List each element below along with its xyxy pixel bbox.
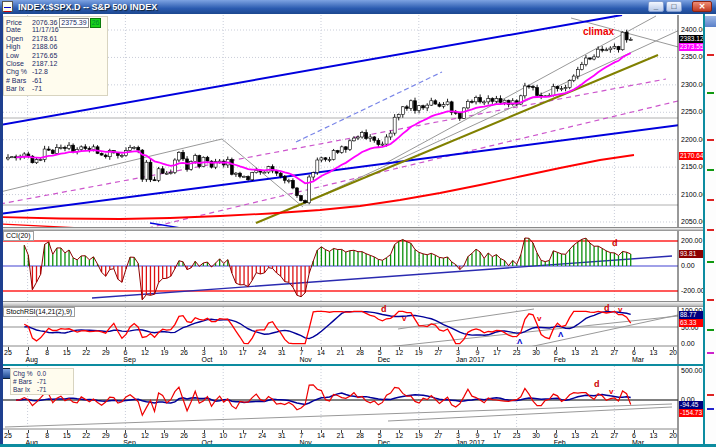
stochrsi-panel-label: StochRSI(14,21(2),9)	[3, 307, 75, 317]
chart-annotation: d	[594, 380, 600, 389]
minimize-button[interactable]: _	[648, 1, 664, 12]
date-tick-label: 13	[571, 349, 579, 356]
date-tick-label: 9	[475, 432, 479, 439]
date-month-label: Dec	[378, 356, 390, 363]
date-tick-label: 13	[571, 432, 579, 439]
date-tick-label: 27	[610, 349, 618, 356]
subwindow-separator	[0, 364, 704, 366]
mini-databox-row: Chg %0.0	[13, 370, 71, 378]
date-tick-label: 19	[161, 432, 169, 439]
window-border-left	[0, 14, 3, 447]
date-tick-label: 6	[632, 432, 636, 439]
adjacent-window-tick	[707, 329, 714, 331]
adjacent-window-strip	[705, 14, 716, 444]
cci-panel-graphics	[3, 231, 678, 301]
date-month-label: Aug	[26, 356, 38, 363]
date-tick-label: 19	[161, 349, 169, 356]
date-tick-label: 7	[299, 349, 303, 356]
date-tick-label: 21	[337, 432, 345, 439]
databox-row: Bar Ix-71	[6, 85, 105, 93]
databox-price-row: Price2076.362375.3926	[6, 18, 105, 26]
adjacent-window-tick	[707, 54, 714, 56]
chart-annotation: Λ	[558, 331, 563, 339]
close-button[interactable]: ✕	[692, 1, 712, 12]
stoch-axis-label: 0.00	[681, 340, 695, 348]
mini-databox-row: Bar Ix-71	[13, 386, 71, 394]
date-month-label: Sep	[123, 356, 135, 363]
chart-annotation: v	[402, 315, 406, 323]
date-tick-label: 7	[299, 432, 303, 439]
date-tick-label: 24	[258, 349, 266, 356]
last-value-badge: -154.73	[679, 409, 705, 417]
date-tick-label: 28	[356, 349, 364, 356]
adjacent-window-tick	[707, 92, 714, 94]
date-tick-label: 3	[456, 432, 460, 439]
last-value-badge: 2383.12	[679, 35, 705, 43]
date-tick-label: 23	[513, 432, 521, 439]
date-tick-label: 3	[202, 432, 206, 439]
databox-row: Open2178.61	[6, 35, 105, 43]
osc-axis-label: 500.00	[681, 367, 702, 375]
date-tick-label: 25	[4, 349, 12, 356]
chart-annotation: v	[537, 315, 541, 323]
date-month-label: Nov	[299, 356, 311, 363]
date-tick-label: 17	[493, 349, 501, 356]
adjacent-window-tick	[707, 299, 714, 301]
date-tick-label: 21	[337, 349, 345, 356]
date-tick-label: 17	[239, 349, 247, 356]
date-tick-label: 22	[82, 432, 90, 439]
databox-row: # Bars-61	[6, 77, 105, 85]
cci-axis-label: 0.00	[681, 262, 695, 270]
date-tick-label: 12	[395, 349, 403, 356]
adjacent-window-tick	[707, 352, 714, 354]
cci-panel-label: CCI(20)	[3, 231, 34, 241]
date-tick-label: 23	[513, 349, 521, 356]
chart-annotation: v	[609, 388, 613, 396]
date-tick-label: 15	[63, 432, 71, 439]
panel-splitter[interactable]	[0, 301, 704, 307]
cci-axis-label: -200.00	[681, 287, 705, 295]
date-tick-label: 10	[219, 432, 227, 439]
panel-splitter[interactable]	[0, 227, 704, 231]
date-tick-label: 13	[650, 349, 658, 356]
date-tick-label: 27	[610, 432, 618, 439]
qcharts-window: INDEX:$SPX.D -- S&P 500 INDEX _ □ ✕ Pric…	[0, 0, 716, 447]
chart-annotation: v	[618, 306, 622, 314]
adjacent-window-tick	[707, 199, 714, 201]
date-tick-label: 27	[434, 432, 442, 439]
date-tick-label: 13	[650, 432, 658, 439]
adjacent-window-tick	[707, 229, 714, 231]
date-month-label: Mar	[632, 356, 644, 363]
date-tick-label: 8	[45, 432, 49, 439]
databox-row: Low2176.65	[6, 52, 105, 60]
date-month-label: Oct	[202, 356, 213, 363]
date-tick-label: 19	[415, 432, 423, 439]
adjacent-window-tick	[707, 261, 714, 263]
date-tick-label: 28	[356, 432, 364, 439]
window-title: INDEX:$SPX.D -- S&P 500 INDEX	[18, 0, 157, 14]
date-tick-label: 30	[532, 432, 540, 439]
chart-annotation: Λ	[517, 338, 522, 346]
databox-row: High2188.06	[6, 43, 105, 51]
chart-annotation: climax	[583, 27, 614, 37]
date-tick-label: 3	[202, 349, 206, 356]
date-tick-label: 1	[26, 432, 30, 439]
date-tick-label: 17	[239, 432, 247, 439]
date-tick-label: 24	[258, 432, 266, 439]
date-tick-label: 12	[395, 432, 403, 439]
cci-axis-label: 200.00	[681, 237, 702, 245]
window-border-right	[703, 14, 705, 447]
title-bar[interactable]: INDEX:$SPX.D -- S&P 500 INDEX _ □ ✕	[0, 0, 716, 14]
date-tick-label: 22	[82, 349, 90, 356]
date-tick-label: 12	[141, 349, 149, 356]
chart-annotation: d	[604, 304, 610, 313]
date-tick-label: 30	[532, 349, 540, 356]
date-tick-label: 29	[102, 349, 110, 356]
chart-annotation: d	[381, 305, 387, 314]
adjacent-window-tick	[707, 169, 714, 171]
last-value-badge: 63.33	[679, 319, 705, 327]
date-tick-label: 5	[378, 349, 382, 356]
date-tick-label: 31	[278, 349, 286, 356]
adjacent-window-tick	[707, 408, 714, 410]
maximize-button[interactable]: □	[666, 1, 682, 12]
